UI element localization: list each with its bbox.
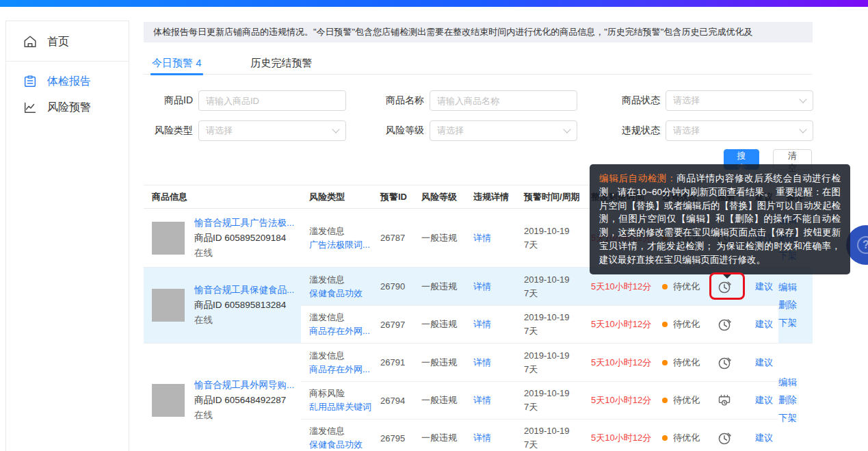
filter-label: 商品状态 (619, 94, 660, 107)
actions-cell: 编辑 删除 下架 (778, 344, 813, 451)
tab-count-badge: 4 (196, 57, 201, 68)
risk-rule-link[interactable]: 保健食品功效 (309, 438, 363, 451)
filter-label: 商品ID (152, 94, 193, 107)
select-placeholder: 请选择 (673, 125, 700, 137)
warning-id: 26787 (372, 233, 413, 243)
product-name-link[interactable]: 愉音合规工具保健食品... (194, 283, 294, 298)
edit-link[interactable]: 编辑 (778, 279, 813, 296)
risk-type: 滥发信息 (309, 273, 372, 287)
top-gradient-bar (0, 0, 868, 7)
filter-label: 风险类型 (152, 125, 193, 137)
detail-link[interactable]: 详情 (473, 394, 491, 407)
delete-link[interactable]: 删除 (778, 391, 813, 409)
product-name-link[interactable]: 愉音合规工具外网导购... (194, 378, 294, 393)
detail-link[interactable]: 详情 (473, 232, 491, 244)
tab-label: 今日预警 (152, 57, 193, 68)
product-name-input[interactable] (430, 90, 577, 111)
violation-status: 待优化 (673, 394, 700, 407)
remaining-time: 5天10小时12分 (583, 357, 654, 369)
select-placeholder: 请选择 (437, 125, 464, 137)
auto-detect-clock-icon[interactable] (717, 355, 733, 371)
risk-rule-link[interactable]: 保健食品功效 (309, 287, 363, 300)
warning-row: 滥发信息 保健食品功效 26795 一般违规 详情 2019-10-19 7天 … (301, 419, 778, 451)
risk-rule-link[interactable]: 乱用品牌关键词 (309, 400, 371, 414)
line-chart-icon (23, 100, 38, 115)
risk-rule-link[interactable]: 广告法极限词... (309, 238, 370, 252)
product-image (152, 384, 185, 417)
annotation-highlight-box (709, 272, 745, 300)
sidebar-item-label: 体检报告 (47, 75, 91, 89)
warning-date: 2019-10-19 (524, 311, 583, 324)
sidebar-item-health-report[interactable]: 体检报告 (6, 68, 129, 94)
col-warning-time: 预警时间/周期 (516, 191, 583, 203)
violation-status-select[interactable]: 请选择 (666, 120, 813, 141)
advice-link[interactable]: 建议 (755, 432, 773, 444)
risk-type: 滥发信息 (309, 224, 372, 238)
status-dot (662, 322, 668, 327)
advice-link[interactable]: 建议 (755, 357, 773, 369)
col-risk-type: 风险类型 (301, 191, 372, 203)
product-name-link[interactable]: 愉音合规工具广告法极... (194, 216, 294, 231)
chevron-down-icon (799, 95, 806, 103)
delete-link[interactable]: 删除 (778, 296, 813, 314)
auto-detect-clock-icon[interactable] (717, 430, 733, 446)
warning-id: 26790 (372, 281, 413, 292)
chevron-down-icon (332, 125, 339, 133)
product-id-input[interactable] (198, 90, 346, 111)
detail-link[interactable]: 详情 (473, 318, 491, 331)
filter-product-status: 商品状态 请选择 (619, 90, 813, 111)
warning-cycle: 7天 (524, 324, 583, 338)
question-mark-icon: ? (857, 236, 868, 254)
product-image (152, 289, 185, 322)
filter-risk-type: 风险类型 请选择 (152, 120, 346, 141)
warning-date: 2019-10-19 (524, 273, 583, 287)
tab-label: 历史完结预警 (251, 57, 313, 68)
notice-bar: 体检报告每日更新店铺商品的违规情况。"今日预警"包含您店铺检测出需要在整改结束时… (144, 22, 813, 42)
risk-level-select[interactable]: 请选择 (430, 120, 577, 141)
filter-product-id: 商品ID (152, 90, 346, 111)
detail-link[interactable]: 详情 (473, 357, 491, 369)
risk-level: 一般违规 (413, 232, 465, 244)
take-down-link[interactable]: 下架 (778, 314, 813, 332)
detail-link[interactable]: 详情 (473, 432, 491, 444)
tab-today-warnings[interactable]: 今日预警 4 (152, 53, 202, 74)
col-risk-level: 风险等级 (413, 191, 465, 203)
risk-type: 滥发信息 (309, 424, 372, 438)
risk-type-select[interactable]: 请选择 (198, 120, 346, 141)
advice-link[interactable]: 建议 (755, 394, 773, 407)
status-dot (662, 435, 668, 441)
detection-schedule-icon[interactable] (717, 392, 733, 409)
report-icon (23, 74, 38, 89)
remaining-time: 5天10小时12分 (583, 281, 654, 293)
risk-rule-link[interactable]: 商品存在外网... (309, 324, 370, 338)
product-id: 商品ID 605895813284 (194, 298, 294, 313)
warning-cycle: 7天 (524, 238, 583, 252)
sidebar-item-label: 风险预警 (47, 101, 91, 115)
product-id: 商品ID 605648492287 (194, 393, 294, 408)
take-down-link[interactable]: 下架 (778, 409, 813, 427)
product-cell: 愉音合规工具外网导购... 商品ID 605648492287 在线 (144, 344, 301, 451)
product-status-select[interactable]: 请选择 (666, 90, 813, 111)
auto-detect-clock-icon[interactable] (717, 316, 733, 333)
sidebar-item-risk-warning[interactable]: 风险预警 (6, 94, 129, 120)
risk-rule-link[interactable]: 商品存在外网... (309, 363, 370, 376)
advice-link[interactable]: 建议 (755, 281, 773, 293)
warning-cycle: 7天 (524, 363, 583, 376)
detail-link[interactable]: 详情 (473, 281, 491, 293)
sidebar-item-home[interactable]: 首页 (6, 27, 129, 57)
warning-date: 2019-10-19 (524, 424, 583, 438)
violation-status: 待优化 (673, 318, 700, 331)
warning-date: 2019-10-19 (524, 387, 583, 400)
actions-cell: 编辑 删除 下架 (778, 268, 813, 343)
risk-level: 一般违规 (413, 432, 465, 444)
tab-history-warnings[interactable]: 历史完结预警 (251, 53, 313, 74)
warning-date: 2019-10-19 (524, 224, 583, 238)
risk-type: 滥发信息 (309, 349, 372, 363)
product-status: 在线 (194, 246, 294, 261)
advice-link[interactable]: 建议 (755, 318, 773, 331)
edit-link[interactable]: 编辑 (778, 374, 813, 391)
risk-level: 一般违规 (413, 281, 465, 293)
risk-level: 一般违规 (413, 357, 465, 369)
warning-id: 26797 (372, 320, 413, 330)
tooltip-title: 编辑后自动检测： (599, 173, 676, 183)
